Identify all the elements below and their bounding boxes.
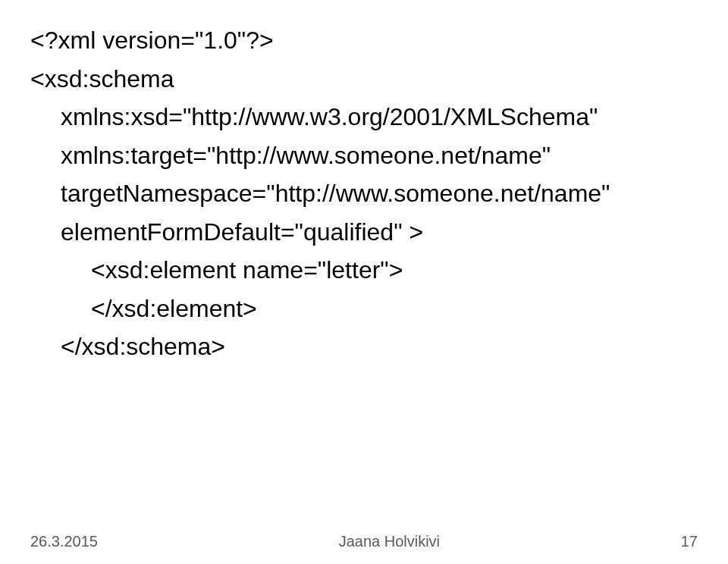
footer-page-number: 17 xyxy=(681,533,698,550)
code-line: xmlns:target="http://www.someone.net/nam… xyxy=(30,136,698,175)
code-line: <xsd:element name="letter"> xyxy=(30,251,698,290)
code-text: xmlns:xsd="http://www.w3.org/2001/XMLSch… xyxy=(61,103,598,130)
slide-page: <?xml version="1.0"?> <xsd:schema xmlns:… xyxy=(0,0,728,564)
code-block: <?xml version="1.0"?> <xsd:schema xmlns:… xyxy=(30,21,698,366)
slide-footer: 26.3.2015 Jaana Holvikivi 17 xyxy=(30,533,698,550)
code-text: xmlns:target="http://www.someone.net/nam… xyxy=(61,142,551,169)
footer-date: 26.3.2015 xyxy=(30,533,98,550)
code-text: </xsd:schema> xyxy=(61,333,225,360)
code-text: <xsd:element name="letter"> xyxy=(91,256,403,284)
code-line: <xsd:schema xyxy=(30,60,698,99)
code-text: targetNamespace="http://www.someone.net/… xyxy=(61,180,610,207)
code-line: </xsd:element> xyxy=(30,290,698,328)
code-text: </xsd:element> xyxy=(91,295,257,322)
code-text: elementFormDefault="qualified" > xyxy=(61,218,423,246)
code-line: <?xml version="1.0"?> xyxy=(30,21,698,60)
footer-author: Jaana Holvikivi xyxy=(98,533,681,550)
code-line: elementFormDefault="qualified" > xyxy=(30,213,698,252)
code-line: targetNamespace="http://www.someone.net/… xyxy=(30,174,698,213)
code-line: </xsd:schema> xyxy=(30,327,698,366)
code-line: xmlns:xsd="http://www.w3.org/2001/XMLSch… xyxy=(30,98,698,136)
